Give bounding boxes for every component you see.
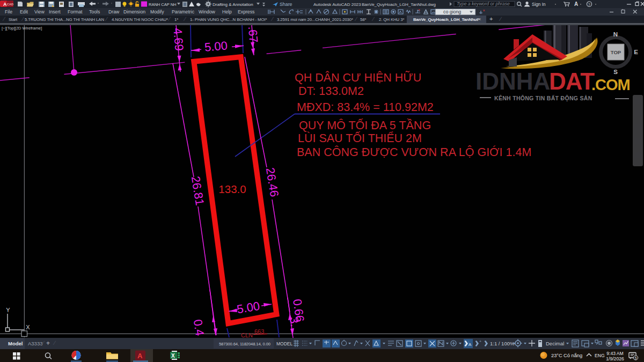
svg-text:E: E bbox=[634, 49, 638, 55]
svg-text:.COM: .COM bbox=[591, 76, 630, 93]
svg-text:26.81: 26.81 bbox=[189, 175, 207, 206]
svg-text:Drafting & Annotation: Drafting & Annotation bbox=[213, 2, 253, 7]
svg-text:LÙI SAU TỐI THIỂU 2M: LÙI SAU TỐI THIỂU 2M bbox=[298, 131, 422, 145]
svg-text:DAT: DAT bbox=[549, 68, 595, 94]
svg-text:4.69: 4.69 bbox=[171, 27, 186, 51]
svg-text:9:43 AM: 9:43 AM bbox=[606, 351, 624, 356]
svg-text:0.4: 0.4 bbox=[191, 319, 207, 337]
svg-text:S: S bbox=[613, 69, 618, 75]
svg-text:[−][Top][2D Wireframe]: [−][Top][2D Wireframe] bbox=[2, 26, 42, 31]
svg-text:5.00: 5.00 bbox=[236, 299, 261, 316]
svg-text:Có nắng: Có nắng bbox=[564, 353, 582, 358]
svg-text:X: X bbox=[26, 324, 30, 330]
svg-text:A: A bbox=[469, 342, 472, 347]
svg-text:Share: Share bbox=[280, 2, 292, 7]
svg-text:IDNHA: IDNHA bbox=[475, 68, 550, 94]
svg-text:QH DÂN CƯ HIỆN HỮU: QH DÂN CƯ HIỆN HỮU bbox=[295, 71, 421, 84]
svg-text:X: X bbox=[171, 353, 175, 359]
svg-text:Sign In: Sign In bbox=[532, 2, 546, 7]
svg-text:23°C: 23°C bbox=[551, 353, 562, 358]
svg-text:CAD: CAD bbox=[7, 3, 13, 6]
svg-text:.67: .67 bbox=[246, 26, 261, 43]
svg-text:A: A bbox=[3, 2, 7, 7]
svg-text:BanVe_QuyHoach_LGH_TanNhut.dwg: BanVe_QuyHoach_LGH_TanNhut.dwg bbox=[362, 2, 436, 7]
svg-text:KÊNH THÔNG TIN BẤT ĐỘNG SẢN: KÊNH THÔNG TIN BẤT ĐỘNG SẢN bbox=[494, 95, 592, 102]
svg-text:co giong: co giong bbox=[443, 9, 461, 14]
svg-text:A: A bbox=[137, 352, 143, 360]
svg-text:A: A bbox=[574, 1, 578, 7]
svg-text:1/9/2026: 1/9/2026 bbox=[606, 356, 624, 361]
svg-text:TOP: TOP bbox=[611, 49, 621, 55]
svg-text:133.0: 133.0 bbox=[218, 183, 246, 195]
svg-text:Decimal: Decimal bbox=[546, 341, 564, 346]
svg-text:QUY MÔ TỐI ĐA 5 TẦNG: QUY MÔ TỐI ĐA 5 TẦNG bbox=[299, 118, 431, 132]
svg-text:5.00: 5.00 bbox=[204, 39, 228, 54]
svg-text:26.46: 26.46 bbox=[264, 167, 281, 198]
svg-text:N: N bbox=[613, 31, 618, 38]
svg-text:RANH CAP NH: RANH CAP NH bbox=[149, 2, 177, 7]
svg-text:Type a keyword or phrase: Type a keyword or phrase bbox=[457, 1, 510, 6]
svg-text:MĐXD: 83.4% = 110.92M2: MĐXD: 83.4% = 110.92M2 bbox=[297, 101, 434, 114]
svg-text:DT: 133.0M2: DT: 133.0M2 bbox=[298, 85, 364, 98]
svg-text:3.: 3. bbox=[287, 316, 302, 328]
svg-text:x: x bbox=[483, 9, 485, 12]
svg-text:1:1 / 100%: 1:1 / 100% bbox=[490, 341, 515, 346]
svg-text:?: ? bbox=[588, 2, 591, 7]
svg-text:Autodesk AutoCAD 2023: Autodesk AutoCAD 2023 bbox=[313, 2, 361, 7]
svg-text:5: 5 bbox=[635, 356, 637, 360]
svg-text:+: + bbox=[479, 339, 481, 343]
svg-text:BAN CÔNG ĐƯỢC VƯƠN RA LỘ GIỚI: BAN CÔNG ĐƯỢC VƯƠN RA LỘ GIỚI 1.4M bbox=[297, 145, 531, 159]
svg-text:ENG: ENG bbox=[595, 353, 605, 358]
svg-text:Y: Y bbox=[6, 307, 10, 313]
